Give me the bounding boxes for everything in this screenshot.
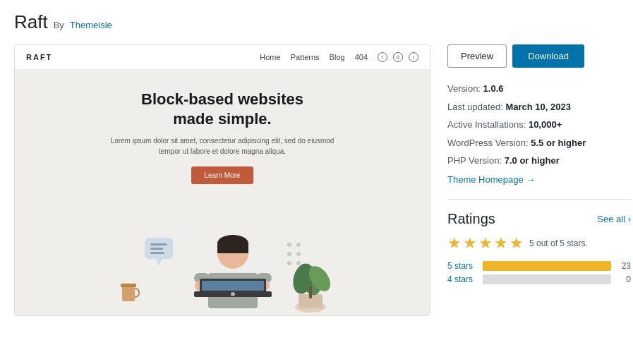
mock-nav-links: Home Patterns Blog 404 f ◎ t bbox=[260, 52, 418, 62]
active-installs-row: Active Installations: 10,000+ bbox=[447, 118, 631, 132]
star-5: ★ bbox=[510, 234, 524, 253]
mock-nav-404: 404 bbox=[355, 53, 368, 61]
by-label: By bbox=[54, 20, 64, 30]
svg-rect-30 bbox=[309, 286, 312, 298]
rating-bar-4stars: 4 stars 0 bbox=[447, 274, 631, 284]
svg-point-21 bbox=[287, 252, 291, 256]
star-2: ★ bbox=[463, 234, 477, 253]
svg-point-23 bbox=[287, 261, 291, 265]
svg-rect-6 bbox=[150, 252, 164, 254]
star-1: ★ bbox=[447, 234, 462, 253]
stars-row: ★ ★ ★ ★ ★ 5 out of 5 stars. bbox=[447, 234, 631, 253]
svg-rect-1 bbox=[121, 284, 136, 287]
rating-label-4[interactable]: 4 stars bbox=[447, 274, 477, 284]
theme-preview-panel: RAFT Home Patterns Blog 404 f ◎ t Block-… bbox=[14, 44, 430, 316]
mock-hero: Block-based websites made simple. Lorem … bbox=[15, 70, 430, 315]
mock-illustration bbox=[29, 195, 416, 315]
rating-track-4 bbox=[483, 274, 611, 284]
svg-rect-17 bbox=[202, 281, 264, 291]
mock-nav-blog: Blog bbox=[330, 53, 345, 61]
ratings-header: Ratings See all › bbox=[447, 211, 631, 227]
star-3: ★ bbox=[478, 234, 493, 253]
mock-nav-home: Home bbox=[260, 53, 280, 61]
ratings-title: Ratings bbox=[447, 211, 495, 227]
svg-rect-5 bbox=[150, 248, 163, 250]
mock-hero-title: Block-based websites made simple. bbox=[29, 90, 416, 128]
rating-track-5 bbox=[483, 261, 611, 271]
twitter-icon: t bbox=[409, 52, 418, 62]
preview-button[interactable]: Preview bbox=[447, 44, 507, 68]
last-updated-row: Last updated: March 10, 2023 bbox=[447, 100, 631, 114]
svg-point-24 bbox=[296, 261, 301, 265]
page-header: Raft By Themeisle bbox=[14, 11, 619, 33]
php-version-value: 7.0 or higher bbox=[505, 155, 560, 166]
meta-info: Version: 1.0.6 Last updated: March 10, 2… bbox=[447, 82, 631, 185]
version-row: Version: 1.0.6 bbox=[447, 82, 631, 96]
page-title: Raft bbox=[14, 11, 48, 33]
svg-marker-3 bbox=[155, 259, 162, 266]
svg-rect-4 bbox=[150, 243, 167, 245]
rating-fill-5 bbox=[483, 261, 611, 271]
theme-homepage-link[interactable]: Theme Homepage → bbox=[447, 174, 535, 185]
mock-logo: RAFT bbox=[26, 53, 52, 61]
download-button[interactable]: Download bbox=[512, 44, 584, 68]
author-link[interactable]: Themeisle bbox=[70, 20, 112, 30]
svg-rect-0 bbox=[122, 286, 135, 301]
rating-count-4: 0 bbox=[617, 274, 631, 284]
rating-label-5[interactable]: 5 stars bbox=[447, 261, 477, 271]
mock-hero-subtitle: Lorem ipsum dolor sit amet, consectetur … bbox=[109, 135, 335, 157]
ratings-section: Ratings See all › ★ ★ ★ ★ ★ 5 out of 5 s… bbox=[447, 199, 631, 284]
mock-cta-button[interactable]: Learn More bbox=[191, 166, 253, 184]
rating-bar-5stars: 5 stars 23 bbox=[447, 261, 631, 271]
see-all-link[interactable]: See all › bbox=[597, 214, 631, 224]
rating-count-5: 23 bbox=[617, 261, 631, 271]
sidebar-panel: Preview Download Version: 1.0.6 Last upd… bbox=[447, 44, 631, 288]
instagram-icon: ◎ bbox=[393, 52, 403, 62]
mock-nav: RAFT Home Patterns Blog 404 f ◎ t bbox=[15, 45, 430, 70]
facebook-icon: f bbox=[378, 52, 387, 62]
active-installs-value: 10,000+ bbox=[529, 119, 562, 130]
last-updated-value: March 10, 2023 bbox=[505, 102, 571, 112]
svg-point-22 bbox=[296, 252, 301, 256]
mock-nav-patterns: Patterns bbox=[291, 53, 320, 61]
php-version-row: PHP Version: 7.0 or higher bbox=[447, 154, 631, 168]
hero-illustration bbox=[102, 202, 342, 315]
stars-label: 5 out of 5 stars. bbox=[529, 238, 588, 248]
svg-point-20 bbox=[296, 243, 301, 247]
main-layout: RAFT Home Patterns Blog 404 f ◎ t Block-… bbox=[14, 44, 619, 316]
svg-point-19 bbox=[287, 243, 291, 247]
stars-display: ★ ★ ★ ★ ★ bbox=[447, 234, 524, 253]
mock-social-icons: f ◎ t bbox=[378, 52, 418, 62]
svg-point-18 bbox=[231, 292, 235, 296]
wp-version-value: 5.5 or higher bbox=[531, 138, 586, 148]
star-4: ★ bbox=[494, 234, 508, 253]
version-value: 1.0.6 bbox=[483, 83, 504, 94]
action-buttons: Preview Download bbox=[447, 44, 631, 68]
svg-rect-9 bbox=[217, 243, 248, 253]
wp-version-row: WordPress Version: 5.5 or higher bbox=[447, 136, 631, 150]
